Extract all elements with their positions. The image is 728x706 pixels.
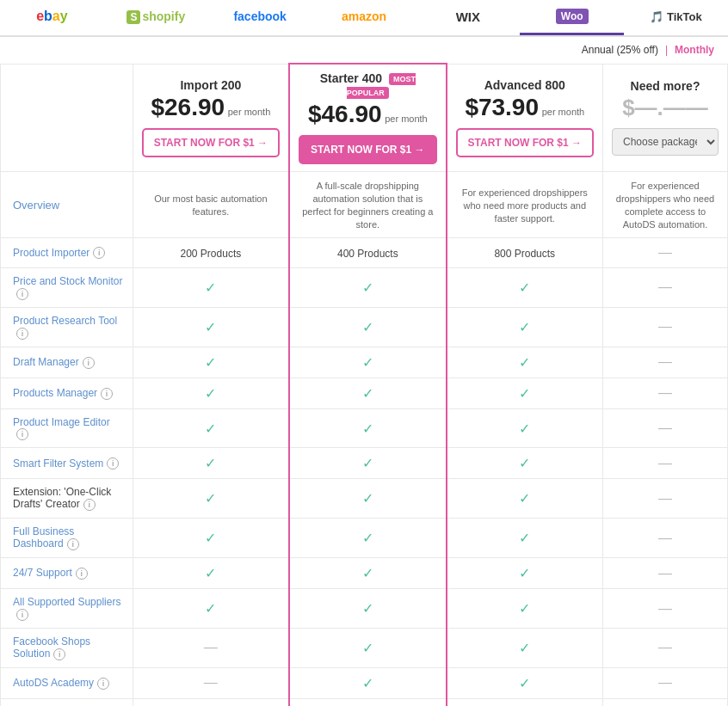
overview-label-cell: Overview bbox=[1, 172, 133, 238]
check-icon: ✓ bbox=[519, 566, 530, 580]
dash-icon: — bbox=[658, 601, 672, 616]
check-icon: ✓ bbox=[362, 641, 373, 655]
feature-value-import200: — bbox=[133, 698, 289, 706]
plan-name-need-more: Need more? bbox=[612, 79, 719, 93]
feature-value-starter400: ✓ bbox=[289, 519, 446, 558]
overview-desc-need-more-text: For experienced dropshippers who need co… bbox=[616, 181, 714, 230]
feature-value-starter400: ✓ bbox=[289, 667, 446, 698]
feature-link[interactable]: AutoDS Academy bbox=[13, 677, 94, 689]
feature-text-value: 400 Products bbox=[337, 248, 398, 260]
plan-price-starter400: $46.90 per month bbox=[299, 101, 436, 128]
feature-link[interactable]: Products Manager bbox=[13, 387, 97, 399]
info-icon[interactable]: i bbox=[83, 499, 96, 511]
table-row: 24/7 Supporti✓✓✓— bbox=[1, 558, 728, 589]
nav-item-ebay[interactable]: ebay bbox=[0, 0, 104, 35]
feature-value-import200: ✓ bbox=[133, 448, 289, 479]
nav-item-shopify[interactable]: Sshopify bbox=[104, 0, 208, 35]
info-icon[interactable]: i bbox=[53, 648, 65, 660]
feature-value-need_more: — bbox=[603, 347, 728, 378]
check-icon: ✓ bbox=[205, 491, 216, 506]
feature-link[interactable]: All Supported Suppliers bbox=[13, 596, 120, 608]
check-icon: ✓ bbox=[519, 320, 530, 335]
feature-value-advanced800: ✓ bbox=[447, 589, 603, 629]
check-icon: ✓ bbox=[519, 456, 530, 470]
info-icon[interactable]: i bbox=[67, 538, 79, 550]
feature-value-need_more: — bbox=[603, 479, 728, 519]
plan-price-sub-advanced800: per month bbox=[542, 107, 585, 117]
feature-link[interactable]: Smart Filter System bbox=[13, 457, 103, 470]
table-row: Draft Manageri✓✓✓— bbox=[1, 347, 728, 378]
choose-package-select[interactable]: Choose package bbox=[612, 128, 719, 156]
nav-item-amazon[interactable]: amazon bbox=[312, 0, 416, 35]
nav-item-facebook[interactable]: facebook bbox=[208, 0, 312, 35]
dash-icon: — bbox=[658, 421, 672, 435]
feature-link[interactable]: Product Research Tool bbox=[13, 315, 117, 327]
info-icon[interactable]: i bbox=[107, 457, 119, 470]
feature-name-cell: Extension: 'One-Click Drafts' Creatori bbox=[1, 479, 133, 519]
table-row: Smart Filter Systemi✓✓✓— bbox=[1, 448, 728, 479]
feature-link[interactable]: Product Importer bbox=[13, 247, 89, 259]
info-icon[interactable]: i bbox=[16, 288, 28, 300]
check-icon: ✓ bbox=[205, 566, 216, 580]
feature-link[interactable]: 24/7 Support bbox=[13, 567, 72, 579]
feature-value-starter400: ✓ bbox=[289, 408, 446, 448]
check-icon: ✓ bbox=[519, 386, 530, 401]
overview-desc-advanced800: For experienced dropshippers who need mo… bbox=[447, 172, 603, 238]
dash-icon: — bbox=[658, 531, 672, 545]
nav-item-tiktok[interactable]: 🎵 TikTok bbox=[624, 0, 728, 35]
check-icon: ✓ bbox=[362, 355, 373, 370]
feature-link[interactable]: Price and Stock Monitor bbox=[13, 275, 122, 287]
feature-name-cell: Product Importeri bbox=[1, 238, 133, 268]
table-row: AI SmartEditi—✓✓— bbox=[1, 698, 728, 706]
plan-header-import200: Import 200 $26.90 per month START NOW FO… bbox=[133, 64, 289, 172]
info-icon[interactable]: i bbox=[76, 568, 88, 580]
feature-name-cell: Draft Manageri bbox=[1, 347, 133, 378]
dash-icon: — bbox=[658, 279, 672, 294]
feature-value-advanced800: ✓ bbox=[447, 448, 603, 479]
plan-header-empty bbox=[1, 64, 133, 172]
feature-value-import200: ✓ bbox=[133, 268, 289, 308]
info-icon[interactable]: i bbox=[16, 428, 28, 440]
nav-item-woo[interactable]: Woo bbox=[520, 0, 624, 35]
info-icon[interactable]: i bbox=[93, 247, 105, 259]
plan-cta-import200[interactable]: START NOW FOR $1 → bbox=[142, 128, 280, 157]
feature-name-cell: Product Image Editori bbox=[1, 408, 133, 448]
facebook-logo: facebook bbox=[233, 9, 286, 23]
plan-cta-starter400[interactable]: START NOW FOR $1 → bbox=[299, 135, 436, 164]
amazon-logo: amazon bbox=[342, 9, 386, 23]
table-row: AutoDS Academyi—✓✓— bbox=[1, 667, 728, 698]
feature-value-starter400: ✓ bbox=[289, 698, 446, 706]
feature-value-import200: ✓ bbox=[133, 347, 289, 378]
nav-item-wix[interactable]: WIX bbox=[416, 0, 520, 35]
platform-nav: ebay Sshopify facebook amazon WIX Woo 🎵 … bbox=[0, 0, 728, 37]
billing-annual-label: Annual (25% off) bbox=[582, 44, 658, 56]
feature-value-import200: ✓ bbox=[133, 589, 289, 629]
check-icon: ✓ bbox=[362, 456, 373, 470]
billing-monthly-label[interactable]: Monthly bbox=[675, 44, 714, 56]
feature-link[interactable]: Product Image Editor bbox=[13, 416, 110, 428]
check-icon: ✓ bbox=[519, 421, 530, 436]
feature-value-need_more: — bbox=[603, 589, 728, 629]
info-icon[interactable]: i bbox=[16, 328, 28, 340]
info-icon[interactable]: i bbox=[16, 609, 28, 621]
info-icon[interactable]: i bbox=[101, 388, 113, 400]
check-icon: ✓ bbox=[519, 531, 530, 545]
overview-desc-need-more: For experienced dropshippers who need co… bbox=[603, 172, 728, 238]
feature-value-starter400: ✓ bbox=[289, 268, 446, 308]
feature-link[interactable]: Facebook Shops Solution bbox=[13, 635, 90, 660]
plan-header-advanced800: Advanced 800 $73.90 per month START NOW … bbox=[447, 64, 603, 172]
check-icon: ✓ bbox=[205, 355, 216, 370]
feature-link[interactable]: Draft Manager bbox=[13, 356, 79, 368]
feature-value-advanced800: ✓ bbox=[447, 558, 603, 589]
check-icon: ✓ bbox=[205, 456, 216, 470]
check-icon: ✓ bbox=[205, 421, 216, 436]
check-icon: ✓ bbox=[519, 355, 530, 370]
feature-value-starter400: ✓ bbox=[289, 307, 446, 347]
info-icon[interactable]: i bbox=[97, 678, 109, 690]
plan-cta-advanced800[interactable]: START NOW FOR $1 → bbox=[456, 128, 594, 157]
info-icon[interactable]: i bbox=[83, 357, 95, 369]
feature-value-need_more: — bbox=[603, 268, 728, 308]
dash-icon: — bbox=[658, 640, 672, 654]
feature-link[interactable]: Full Business Dashboard bbox=[13, 525, 74, 549]
check-icon: ✓ bbox=[362, 531, 373, 545]
